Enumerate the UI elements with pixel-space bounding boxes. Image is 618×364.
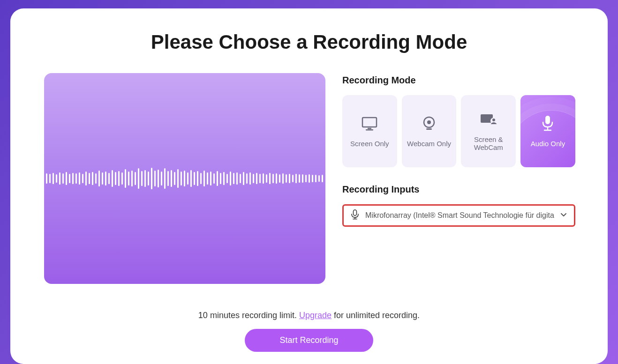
microphone-select[interactable]: Mikrofonarray (Intel® Smart Sound Techno… (342, 204, 575, 227)
audio-preview (44, 73, 325, 284)
svg-rect-9 (545, 116, 550, 124)
mode-screen-and-webcam[interactable]: Screen & WebCam (461, 95, 516, 167)
selected-device-text: Mikrofonarray (Intel® Smart Sound Techno… (365, 211, 554, 220)
options-column: Recording Mode Screen Only Webcam Only (342, 73, 575, 227)
mode-audio-only[interactable]: Audio Only (520, 95, 575, 167)
mode-label: Screen & WebCam (465, 135, 512, 151)
upgrade-link[interactable]: Upgrade (299, 311, 332, 320)
page-title: Please Choose a Recording Mode (38, 31, 580, 53)
svg-rect-2 (366, 129, 373, 131)
microphone-icon (541, 115, 554, 132)
microphone-icon (350, 209, 360, 222)
footer: 10 minutes recording limit. Upgrade for … (10, 311, 608, 352)
recording-mode-panel: Please Choose a Recording Mode Recording… (10, 8, 608, 364)
limit-text: 10 minutes recording limit. Upgrade for … (10, 311, 608, 320)
mode-grid: Screen Only Webcam Only Screen & WebCam (342, 95, 575, 167)
monitor-icon (362, 115, 377, 132)
svg-rect-0 (362, 118, 377, 127)
mode-label: Audio Only (531, 140, 565, 148)
recording-inputs-label: Recording Inputs (342, 184, 575, 195)
svg-point-4 (427, 120, 431, 124)
svg-rect-12 (354, 210, 357, 215)
screen-webcam-icon (480, 111, 497, 128)
mode-label: Webcam Only (407, 140, 451, 148)
mode-screen-only[interactable]: Screen Only (342, 95, 397, 167)
mode-label: Screen Only (350, 140, 389, 148)
waveform-icon (44, 168, 325, 189)
start-recording-button[interactable]: Start Recording (245, 329, 373, 352)
chevron-down-icon (560, 211, 567, 220)
recording-mode-label: Recording Mode (342, 75, 575, 86)
content-row: Recording Mode Screen Only Webcam Only (38, 73, 580, 284)
webcam-icon (422, 115, 437, 132)
limit-post: for unlimited recording. (334, 311, 420, 320)
svg-rect-5 (426, 128, 432, 130)
svg-point-8 (492, 119, 495, 121)
mode-webcam-only[interactable]: Webcam Only (402, 95, 457, 167)
limit-pre: 10 minutes recording limit. (198, 311, 297, 320)
svg-rect-1 (368, 128, 371, 129)
